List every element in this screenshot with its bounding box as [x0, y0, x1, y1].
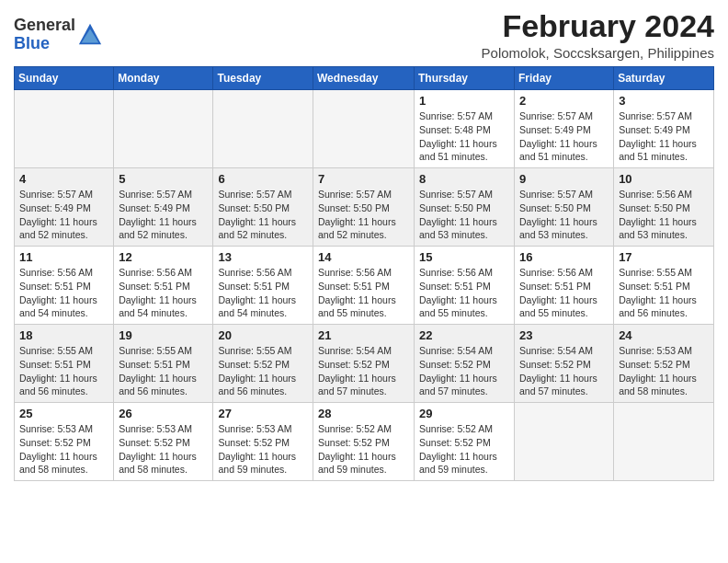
day-number: 11 [19, 250, 108, 264]
calendar-day-cell: 27Sunrise: 5:53 AMSunset: 5:52 PMDayligh… [213, 403, 313, 481]
calendar-empty-cell [15, 90, 114, 168]
calendar-day-header: Monday [114, 67, 213, 90]
day-info: Sunrise: 5:55 AMSunset: 5:51 PMDaylight:… [19, 344, 108, 398]
day-number: 27 [218, 407, 308, 420]
day-number: 8 [419, 172, 509, 186]
day-info: Sunrise: 5:56 AMSunset: 5:51 PMDaylight:… [19, 266, 108, 320]
day-info: Sunrise: 5:53 AMSunset: 5:52 PMDaylight:… [119, 422, 208, 477]
day-number: 18 [19, 328, 108, 342]
calendar-day-cell: 26Sunrise: 5:53 AMSunset: 5:52 PMDayligh… [114, 403, 213, 481]
day-info: Sunrise: 5:56 AMSunset: 5:51 PMDaylight:… [119, 266, 208, 320]
calendar-day-cell: 21Sunrise: 5:54 AMSunset: 5:52 PMDayligh… [313, 325, 415, 403]
calendar-week-row: 11Sunrise: 5:56 AMSunset: 5:51 PMDayligh… [15, 247, 714, 325]
day-number: 1 [419, 94, 509, 108]
day-number: 28 [318, 407, 409, 420]
day-number: 14 [318, 250, 409, 264]
calendar-empty-cell [515, 403, 614, 481]
day-number: 26 [119, 407, 208, 420]
calendar-day-cell: 29Sunrise: 5:52 AMSunset: 5:52 PMDayligh… [415, 403, 515, 481]
day-number: 12 [119, 250, 208, 264]
calendar-day-cell: 4Sunrise: 5:57 AMSunset: 5:49 PMDaylight… [15, 168, 114, 247]
day-info: Sunrise: 5:57 AMSunset: 5:50 PMDaylight:… [519, 188, 609, 242]
calendar-day-cell: 11Sunrise: 5:56 AMSunset: 5:51 PMDayligh… [15, 247, 114, 325]
logo-blue: Blue [14, 34, 50, 52]
day-info: Sunrise: 5:56 AMSunset: 5:51 PMDaylight:… [419, 266, 509, 320]
day-info: Sunrise: 5:57 AMSunset: 5:49 PMDaylight:… [519, 109, 609, 164]
day-number: 21 [318, 328, 409, 342]
day-number: 15 [419, 250, 509, 264]
day-info: Sunrise: 5:57 AMSunset: 5:49 PMDaylight:… [119, 188, 208, 242]
calendar-header-row: SundayMondayTuesdayWednesdayThursdayFrid… [15, 67, 714, 90]
calendar-day-cell: 12Sunrise: 5:56 AMSunset: 5:51 PMDayligh… [114, 247, 213, 325]
day-info: Sunrise: 5:53 AMSunset: 5:52 PMDaylight:… [619, 344, 709, 398]
calendar-day-header: Saturday [614, 67, 714, 90]
calendar-day-header: Tuesday [213, 67, 313, 90]
calendar-day-cell: 18Sunrise: 5:55 AMSunset: 5:51 PMDayligh… [15, 325, 114, 403]
calendar-day-cell: 10Sunrise: 5:56 AMSunset: 5:50 PMDayligh… [614, 168, 714, 247]
calendar-day-cell: 5Sunrise: 5:57 AMSunset: 5:49 PMDaylight… [114, 168, 213, 247]
calendar-day-cell: 19Sunrise: 5:55 AMSunset: 5:51 PMDayligh… [114, 325, 213, 403]
day-number: 3 [619, 94, 709, 108]
calendar-day-cell: 2Sunrise: 5:57 AMSunset: 5:49 PMDaylight… [515, 90, 614, 168]
calendar-week-row: 18Sunrise: 5:55 AMSunset: 5:51 PMDayligh… [15, 325, 714, 403]
day-info: Sunrise: 5:56 AMSunset: 5:51 PMDaylight:… [318, 266, 409, 320]
calendar-week-row: 25Sunrise: 5:53 AMSunset: 5:52 PMDayligh… [15, 403, 714, 481]
day-info: Sunrise: 5:54 AMSunset: 5:52 PMDaylight:… [419, 344, 509, 398]
day-info: Sunrise: 5:57 AMSunset: 5:50 PMDaylight:… [318, 188, 409, 242]
calendar-day-cell: 13Sunrise: 5:56 AMSunset: 5:51 PMDayligh… [213, 247, 313, 325]
calendar-day-cell: 7Sunrise: 5:57 AMSunset: 5:50 PMDaylight… [313, 168, 415, 247]
day-number: 10 [619, 172, 709, 186]
calendar-day-cell: 23Sunrise: 5:54 AMSunset: 5:52 PMDayligh… [515, 325, 614, 403]
day-info: Sunrise: 5:57 AMSunset: 5:49 PMDaylight:… [619, 109, 709, 164]
day-info: Sunrise: 5:57 AMSunset: 5:49 PMDaylight:… [19, 188, 108, 242]
day-info: Sunrise: 5:53 AMSunset: 5:52 PMDaylight:… [19, 422, 108, 477]
day-number: 29 [419, 407, 509, 420]
day-info: Sunrise: 5:57 AMSunset: 5:50 PMDaylight:… [218, 188, 308, 242]
calendar-day-cell: 3Sunrise: 5:57 AMSunset: 5:49 PMDaylight… [614, 90, 714, 168]
calendar-day-cell: 24Sunrise: 5:53 AMSunset: 5:52 PMDayligh… [614, 325, 714, 403]
day-info: Sunrise: 5:55 AMSunset: 5:51 PMDaylight:… [119, 344, 208, 398]
day-number: 19 [119, 328, 208, 342]
calendar-empty-cell [614, 403, 714, 481]
logo: General Blue [14, 17, 103, 53]
day-number: 9 [519, 172, 609, 186]
calendar-day-cell: 25Sunrise: 5:53 AMSunset: 5:52 PMDayligh… [15, 403, 114, 481]
calendar-day-cell: 6Sunrise: 5:57 AMSunset: 5:50 PMDaylight… [213, 168, 313, 247]
day-info: Sunrise: 5:57 AMSunset: 5:50 PMDaylight:… [419, 188, 509, 242]
day-number: 6 [218, 172, 308, 186]
calendar-day-cell: 20Sunrise: 5:55 AMSunset: 5:52 PMDayligh… [213, 325, 313, 403]
day-info: Sunrise: 5:56 AMSunset: 5:51 PMDaylight:… [519, 266, 609, 320]
day-number: 24 [619, 328, 709, 342]
day-number: 4 [19, 172, 108, 186]
calendar-day-header: Sunday [15, 67, 114, 90]
page-header: General Blue February 2024 Polomolok, So… [14, 9, 714, 61]
title-block: February 2024 Polomolok, Soccsksargen, P… [482, 9, 714, 61]
day-number: 22 [419, 328, 509, 342]
day-info: Sunrise: 5:54 AMSunset: 5:52 PMDaylight:… [318, 344, 409, 398]
calendar-day-cell: 16Sunrise: 5:56 AMSunset: 5:51 PMDayligh… [515, 247, 614, 325]
day-number: 25 [19, 407, 108, 420]
calendar-empty-cell [213, 90, 313, 168]
calendar-day-cell: 17Sunrise: 5:55 AMSunset: 5:51 PMDayligh… [614, 247, 714, 325]
calendar-day-cell: 22Sunrise: 5:54 AMSunset: 5:52 PMDayligh… [415, 325, 515, 403]
month-title: February 2024 [482, 9, 714, 43]
day-info: Sunrise: 5:55 AMSunset: 5:51 PMDaylight:… [619, 266, 709, 320]
day-number: 17 [619, 250, 709, 264]
calendar-day-cell: 9Sunrise: 5:57 AMSunset: 5:50 PMDaylight… [515, 168, 614, 247]
calendar-day-header: Wednesday [313, 67, 415, 90]
calendar-day-cell: 8Sunrise: 5:57 AMSunset: 5:50 PMDaylight… [415, 168, 515, 247]
location: Polomolok, Soccsksargen, Philippines [482, 45, 714, 61]
day-number: 7 [318, 172, 409, 186]
calendar-day-cell: 1Sunrise: 5:57 AMSunset: 5:48 PMDaylight… [415, 90, 515, 168]
calendar-day-cell: 14Sunrise: 5:56 AMSunset: 5:51 PMDayligh… [313, 247, 415, 325]
calendar-day-cell: 15Sunrise: 5:56 AMSunset: 5:51 PMDayligh… [415, 247, 515, 325]
calendar-day-header: Thursday [415, 67, 515, 90]
day-info: Sunrise: 5:56 AMSunset: 5:51 PMDaylight:… [218, 266, 308, 320]
calendar-week-row: 4Sunrise: 5:57 AMSunset: 5:49 PMDaylight… [15, 168, 714, 247]
day-number: 16 [519, 250, 609, 264]
day-info: Sunrise: 5:52 AMSunset: 5:52 PMDaylight:… [419, 422, 509, 477]
logo-icon [77, 22, 103, 48]
day-info: Sunrise: 5:55 AMSunset: 5:52 PMDaylight:… [218, 344, 308, 398]
calendar-day-header: Friday [515, 67, 614, 90]
day-number: 5 [119, 172, 208, 186]
